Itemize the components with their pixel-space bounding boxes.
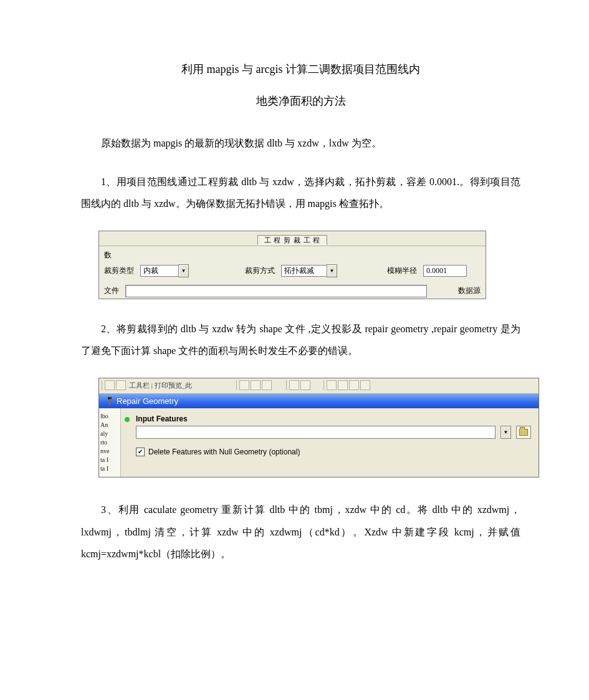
param-group-label: 数 [104, 250, 481, 261]
input-features-field[interactable] [136, 426, 496, 439]
clip-type-value: 内裁 [140, 265, 178, 277]
hammer-icon [104, 397, 113, 406]
file-label: 文件 [104, 285, 119, 296]
toolbar-button[interactable] [300, 380, 310, 390]
clip-type-combo[interactable]: 内裁 ▼ [140, 264, 189, 277]
toolbar-button[interactable] [251, 380, 261, 390]
clip-mode-value: 拓扑裁减 [281, 265, 327, 277]
chevron-down-icon[interactable]: ▼ [327, 264, 337, 277]
toolbox-tree[interactable]: lbo An aly rto nve ta I ta I [99, 408, 121, 477]
dialog-title-text: Repair Geometry [117, 396, 178, 406]
delete-null-checkbox[interactable]: ✔ [136, 448, 145, 456]
toolbar-button[interactable] [105, 380, 115, 390]
delete-null-checkbox-label: Delete Features with Null Geometry (opti… [148, 448, 300, 456]
page-subtitle: 地类净面积的方法 [81, 88, 520, 115]
chevron-down-icon[interactable]: ▼ [178, 264, 189, 277]
dialog-titlebar[interactable]: Repair Geometry [99, 394, 539, 408]
tree-node[interactable]: ta I [100, 464, 119, 473]
paragraph-step-2: 2、将剪裁得到的 dltb 与 xzdw 转为 shape 文件 ,定义投影及 … [81, 318, 520, 362]
tree-node[interactable]: An [100, 421, 119, 429]
input-features-label: Input Features [136, 415, 531, 423]
fuzzy-radius-input[interactable]: 0.0001 [423, 265, 467, 277]
toolbar-button[interactable] [239, 380, 249, 390]
toolbar-button[interactable] [116, 380, 126, 390]
fuzzy-radius-label: 模糊半径 [387, 266, 417, 276]
paragraph-step-1: 1、用项目范围线通过工程剪裁 dltb 与 xzdw，选择内裁，拓扑剪裁，容差 … [81, 171, 520, 214]
folder-icon [519, 429, 528, 436]
toolbar-button[interactable] [360, 380, 370, 390]
paragraph-step-3: 3、利用 caculate geometry 重新计算 dltb 中的 tbmj… [81, 499, 520, 565]
status-dot-icon [125, 417, 130, 422]
repair-geometry-window: 工具栏 | 打印预览_此 Repair Geometry [98, 378, 539, 477]
browse-button[interactable] [516, 426, 531, 439]
clip-mode-combo[interactable]: 拓扑裁减 ▼ [281, 264, 337, 277]
tree-node[interactable]: aly [100, 429, 119, 438]
file-path-input[interactable] [125, 285, 427, 297]
parent-toolbar: 工具栏 | 打印预览_此 [99, 378, 539, 394]
toolbar-button[interactable] [338, 380, 348, 390]
datasource-label: 数据源 [458, 285, 481, 296]
toolbar-button[interactable] [262, 380, 272, 390]
toolbar-button[interactable] [349, 380, 359, 390]
tree-node[interactable]: nve [100, 447, 119, 456]
tree-node[interactable]: ta I [100, 456, 119, 464]
toolbar-text: 工具栏 | 打印预览_此 [129, 381, 192, 390]
paragraph-intro: 原始数据为 mapgis 的最新的现状数据 dltb 与 xzdw，lxdw 为… [81, 132, 520, 154]
clip-project-panel: 工 程 剪 裁 工 程 数 裁剪类型 内裁 ▼ 裁剪方式 拓扑裁减 ▼ 模糊半径… [98, 231, 486, 299]
clip-mode-label: 裁剪方式 [245, 266, 275, 276]
clip-type-label: 裁剪类型 [104, 266, 134, 276]
tree-node[interactable]: lbo [100, 412, 119, 421]
toolbar-button[interactable] [289, 380, 299, 390]
chevron-down-icon[interactable]: ▼ [500, 426, 511, 439]
tree-node[interactable]: rto [100, 438, 119, 447]
page-title: 利用 mapgis 与 arcgis 计算二调数据项目范围线内 [81, 56, 520, 83]
clip-project-title-button[interactable]: 工 程 剪 裁 工 程 [257, 235, 327, 245]
toolbar-button[interactable] [327, 380, 337, 390]
